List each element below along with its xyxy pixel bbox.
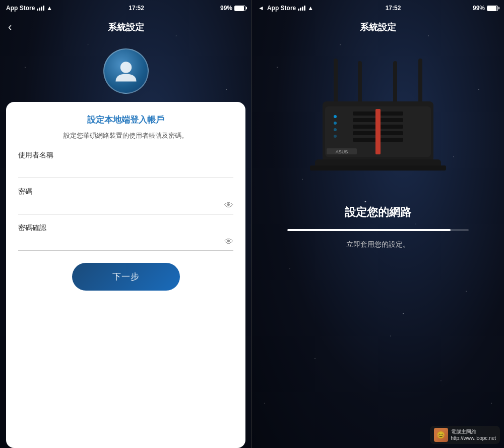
- svg-point-0: [120, 62, 131, 73]
- svg-point-16: [334, 135, 337, 138]
- confirm-visibility-icon[interactable]: 👁︎: [224, 237, 233, 247]
- next-button-wrap: 下一步: [18, 263, 233, 291]
- svg-rect-1: [334, 59, 338, 104]
- confirm-password-label: 密碼確認: [18, 223, 233, 233]
- next-button[interactable]: 下一步: [72, 263, 180, 291]
- watermark-url: http://www.loopc.net: [451, 435, 496, 441]
- left-panel: App Store ▲ 17:52 99% ‹ 系統設定: [0, 0, 252, 448]
- password-input[interactable]: [18, 199, 233, 212]
- progress-fill: [287, 229, 451, 231]
- signal-icon: [37, 6, 44, 11]
- svg-rect-12: [375, 109, 381, 154]
- right-battery-pct: 99%: [473, 5, 485, 12]
- password-label: 密碼: [18, 187, 233, 196]
- avatar: [103, 48, 149, 94]
- left-time: 17:52: [129, 5, 144, 12]
- login-form-card: 設定本地端登入帳戶 設定您華碩網路裝置的使用者帳號及密碼。 使用者名稱 密碼 👁…: [6, 102, 245, 448]
- left-app-label: App Store: [6, 5, 35, 12]
- confirm-field-wrap: 👁︎: [18, 236, 233, 251]
- right-signal-icon: [298, 6, 305, 11]
- svg-rect-2: [358, 61, 362, 104]
- right-app-label: App Store: [267, 5, 296, 12]
- watermark: 😊 電腦主阿維 http://www.loopc.net: [430, 426, 500, 444]
- right-status-bar: ◄ App Store ▲ 17:52 99%: [252, 0, 504, 16]
- username-input[interactable]: [18, 163, 233, 176]
- back-button[interactable]: ‹: [8, 21, 12, 34]
- svg-rect-20: [310, 165, 446, 171]
- right-panel: ◄ App Store ▲ 17:52 99% 系統設定: [252, 0, 504, 448]
- avatar-section: [0, 38, 251, 102]
- password-field-wrap: 👁︎: [18, 199, 233, 214]
- watermark-icon: 😊: [434, 428, 448, 442]
- card-description: 設定您華碩網路裝置的使用者帳號及密碼。: [18, 131, 233, 141]
- apply-settings-text: 立即套用您的設定。: [346, 240, 410, 249]
- left-nav-bar: ‹ 系統設定: [0, 16, 251, 38]
- password-visibility-icon[interactable]: 👁︎: [224, 200, 233, 211]
- progress-bar: [287, 229, 469, 231]
- right-back-arrow: ◄: [258, 5, 264, 12]
- right-nav-bar: 系統設定: [252, 16, 504, 38]
- left-battery-pct: 99%: [220, 5, 232, 12]
- right-wifi-icon: ▲: [307, 5, 313, 12]
- watermark-site: 電腦主阿維: [451, 428, 496, 435]
- right-time: 17:52: [386, 5, 401, 12]
- wifi-icon: ▲: [46, 5, 52, 12]
- svg-rect-3: [393, 61, 397, 104]
- card-title: 設定本地端登入帳戶: [18, 114, 233, 126]
- svg-point-14: [334, 122, 337, 125]
- router-illustration: ASUS: [302, 53, 454, 195]
- svg-rect-4: [418, 59, 422, 104]
- username-label: 使用者名稱: [18, 151, 233, 160]
- confirm-password-input[interactable]: [18, 236, 233, 248]
- left-page-title: 系統設定: [108, 21, 144, 33]
- svg-text:ASUS: ASUS: [336, 149, 348, 154]
- right-battery-icon: [487, 6, 498, 11]
- left-status-bar: App Store ▲ 17:52 99%: [0, 0, 251, 16]
- username-field-wrap: [18, 163, 233, 178]
- left-battery-icon: [234, 6, 245, 11]
- svg-point-13: [334, 115, 337, 118]
- network-setup-title: 設定您的網路: [345, 205, 411, 220]
- svg-point-15: [334, 128, 337, 131]
- user-icon: [112, 57, 140, 85]
- router-svg: ASUS: [307, 59, 449, 195]
- right-page-title: 系統設定: [360, 21, 396, 33]
